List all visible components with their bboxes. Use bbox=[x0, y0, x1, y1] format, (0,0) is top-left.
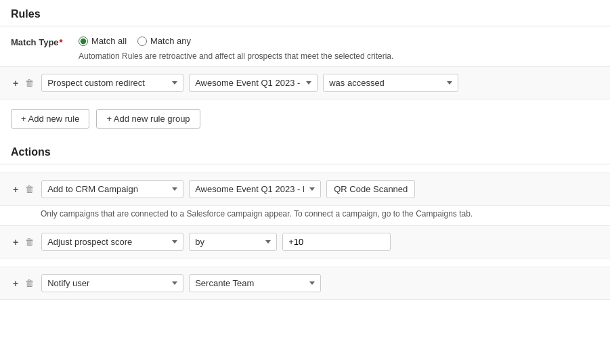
rules-section: Rules Match Type* Match all Match any Au… bbox=[0, 0, 610, 138]
match-any-option[interactable]: Match any bbox=[137, 36, 191, 46]
crm-note: Only campaigns that are connected to a S… bbox=[0, 206, 610, 225]
action-1-delete-button[interactable]: 🗑 bbox=[23, 183, 36, 196]
action-3-type-select[interactable]: Notify user bbox=[41, 274, 183, 292]
action-row-3: + 🗑 Notify user Sercante Team bbox=[0, 267, 610, 300]
add-new-rule-button[interactable]: + Add new rule bbox=[11, 109, 89, 129]
rule-type-select[interactable]: Prospect custom redirect bbox=[41, 74, 183, 92]
action-3-add-button[interactable]: + bbox=[11, 277, 20, 290]
action-3-user-select[interactable]: Sercante Team bbox=[189, 274, 321, 292]
actions-section: Actions + 🗑 Add to CRM Campaign Awesome … bbox=[0, 138, 610, 300]
action-3-controls: + 🗑 bbox=[11, 277, 36, 290]
action-row-2: + 🗑 Adjust prospect score by bbox=[0, 225, 610, 258]
action-1-value-select[interactable]: Awesome Event Q1 2023 - B bbox=[189, 180, 321, 198]
match-any-label: Match any bbox=[150, 36, 191, 46]
spacer-2 bbox=[0, 258, 610, 267]
match-all-radio[interactable] bbox=[79, 37, 88, 46]
rules-title: Rules bbox=[0, 0, 610, 26]
match-any-radio[interactable] bbox=[137, 37, 147, 46]
match-type-hint: Automation Rules are retroactive and aff… bbox=[79, 51, 393, 61]
radio-group: Match all Match any bbox=[79, 36, 393, 46]
rule-row-controls: + 🗑 bbox=[11, 76, 36, 90]
match-all-option[interactable]: Match all bbox=[79, 36, 127, 46]
action-2-add-button[interactable]: + bbox=[11, 235, 20, 249]
qr-code-badge: QR Code Scanned bbox=[326, 180, 415, 198]
match-type-row: Match Type* Match all Match any Automati… bbox=[0, 26, 610, 66]
spacer-1 bbox=[0, 164, 610, 173]
required-star: * bbox=[60, 37, 63, 47]
rule-value-select[interactable]: Awesome Event Q1 2023 - B bbox=[189, 74, 318, 92]
match-type-options: Match all Match any Automation Rules are… bbox=[79, 36, 393, 61]
match-type-text: Match Type bbox=[11, 37, 59, 47]
actions-title: Actions bbox=[0, 138, 610, 164]
action-1-add-button[interactable]: + bbox=[11, 183, 20, 196]
match-type-label: Match Type* bbox=[11, 36, 79, 47]
action-2-by-select[interactable]: by bbox=[189, 233, 277, 251]
action-2-delete-button[interactable]: 🗑 bbox=[23, 235, 36, 248]
action-1-controls: + 🗑 bbox=[11, 183, 36, 196]
action-3-delete-button[interactable]: 🗑 bbox=[23, 277, 36, 290]
rule-delete-button[interactable]: 🗑 bbox=[23, 76, 36, 89]
action-2-controls: + 🗑 bbox=[11, 235, 36, 249]
rule-button-row: + Add new rule + Add new rule group bbox=[0, 99, 610, 138]
action-row-1: + 🗑 Add to CRM Campaign Awesome Event Q1… bbox=[0, 173, 610, 206]
rule-row: + 🗑 Prospect custom redirect Awesome Eve… bbox=[0, 66, 610, 99]
action-2-type-select[interactable]: Adjust prospect score bbox=[41, 233, 183, 251]
rule-condition-select[interactable]: was accessed bbox=[323, 74, 458, 92]
rule-add-button[interactable]: + bbox=[11, 76, 20, 90]
action-2-score-input[interactable] bbox=[282, 233, 391, 251]
add-new-rule-group-button[interactable]: + Add new rule group bbox=[96, 109, 200, 129]
action-1-type-select[interactable]: Add to CRM Campaign bbox=[41, 180, 183, 198]
match-all-label: Match all bbox=[91, 36, 127, 46]
